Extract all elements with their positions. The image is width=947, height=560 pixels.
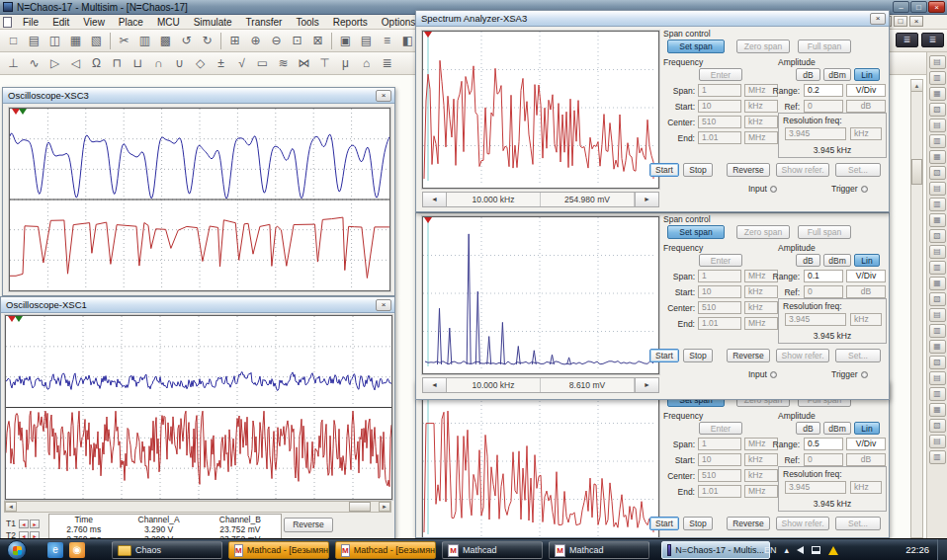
print-icon[interactable]: ▦: [66, 32, 85, 50]
place-electromech-icon[interactable]: ⋈: [295, 54, 313, 73]
time-scrollbar[interactable]: ◄ ►: [4, 501, 391, 513]
copy-icon[interactable]: ▥: [135, 32, 154, 50]
volume-icon[interactable]: [797, 546, 804, 554]
show-refer-button[interactable]: Show refer.: [776, 517, 829, 530]
end-field[interactable]: 1.01: [698, 317, 741, 330]
network-analyzer-icon[interactable]: ▥: [929, 261, 946, 275]
marker-triangle-icon[interactable]: [424, 217, 432, 223]
four-channel-oscilloscope-icon[interactable]: ▤: [929, 119, 946, 132]
taskbar-button-folder-0[interactable]: Chaos: [112, 541, 222, 559]
place-cmos-icon[interactable]: ⊔: [129, 54, 147, 73]
place-connector-icon[interactable]: ⊤: [315, 54, 334, 73]
redo-icon[interactable]: ↻: [198, 32, 216, 50]
ref-unit-field[interactable]: dB: [846, 453, 886, 466]
db-button[interactable]: dB: [796, 68, 820, 81]
set-button[interactable]: Set...: [835, 517, 881, 530]
oscilloscope-xsc3-titlebar[interactable]: Oscilloscope-XSC3 ×: [3, 88, 394, 104]
lin-button[interactable]: Lin: [854, 422, 880, 435]
logic-converter-icon[interactable]: ▥: [929, 198, 946, 211]
set-button[interactable]: Set...: [835, 163, 881, 177]
print-preview-icon[interactable]: ▧: [87, 32, 106, 50]
place-source-icon[interactable]: ⊥: [4, 54, 23, 73]
input-jack-icon[interactable]: [770, 371, 777, 378]
cursor-left-icon[interactable]: ◄: [19, 520, 29, 528]
zoom-area-icon[interactable]: ⊡: [288, 32, 306, 50]
resolution-field[interactable]: 3.945: [785, 127, 846, 140]
center-unit-field[interactable]: kHz: [744, 469, 778, 482]
mdi-restore-icon[interactable]: □: [894, 16, 907, 27]
scrollbar-thumb[interactable]: [349, 502, 371, 512]
menu-edit[interactable]: Edit: [45, 17, 76, 28]
zero-span-button[interactable]: Zero span: [736, 40, 790, 53]
place-transistor-icon[interactable]: ◁: [66, 54, 85, 73]
logic-analyzer-icon[interactable]: ▤: [929, 182, 946, 196]
mdi-close-icon[interactable]: ×: [909, 16, 923, 27]
stop-button[interactable]: Stop: [683, 517, 713, 530]
start-button[interactable]: Start: [649, 349, 679, 362]
in-use-list-button[interactable]: ≣: [896, 33, 918, 47]
range-field[interactable]: 0.2: [804, 84, 843, 97]
paste-icon[interactable]: ▩: [156, 32, 175, 50]
reverse-button[interactable]: Reverse: [727, 163, 770, 177]
start-button[interactable]: Start: [649, 517, 679, 530]
place-misc-digital-icon[interactable]: ∩: [149, 54, 168, 73]
scrollbar-thumb[interactable]: [911, 159, 922, 185]
center-field[interactable]: 510: [698, 301, 741, 314]
center-unit-field[interactable]: kHz: [744, 116, 778, 128]
menu-reports[interactable]: Reports: [326, 17, 375, 28]
oscilloscope-xsc1-titlebar[interactable]: Oscilloscope-XSC1 ×: [1, 297, 394, 313]
menu-transfer[interactable]: Transfer: [239, 17, 290, 28]
instrument-26-icon[interactable]: ▥: [929, 450, 946, 464]
full-span-button[interactable]: Full span: [798, 40, 851, 53]
close-icon[interactable]: ×: [928, 1, 945, 13]
spreadsheet-view-icon[interactable]: ▤: [357, 32, 376, 50]
trigger-jack-icon[interactable]: [861, 371, 868, 378]
word-generator-icon[interactable]: ▧: [929, 166, 946, 180]
enter-button[interactable]: Enter: [699, 254, 742, 267]
new-document-icon[interactable]: □: [4, 32, 23, 50]
menu-simulate[interactable]: Simulate: [187, 17, 239, 28]
set-span-button[interactable]: Set span: [667, 225, 725, 239]
menu-mcu[interactable]: MCU: [150, 17, 187, 28]
span-field[interactable]: 1: [698, 84, 741, 97]
cursor-right-icon[interactable]: ►: [30, 520, 40, 528]
toggle-grid-icon[interactable]: ⊞: [225, 32, 244, 50]
scroll-right-icon[interactable]: ►: [379, 502, 390, 512]
dbm-button[interactable]: dBm: [823, 254, 851, 267]
agilent-oscilloscope-icon[interactable]: ▤: [929, 308, 946, 322]
center-field[interactable]: 510: [698, 116, 741, 128]
scroll-left-icon[interactable]: ◄: [5, 502, 17, 512]
resolution-unit-field[interactable]: kHz: [850, 313, 882, 326]
readout-left-icon[interactable]: ◄: [423, 193, 447, 206]
input-jack-icon[interactable]: [770, 186, 777, 193]
scroll-up-icon[interactable]: ▲: [911, 80, 922, 92]
set-span-button[interactable]: Set span: [667, 40, 725, 53]
span-field[interactable]: 1: [698, 438, 741, 450]
close-icon[interactable]: ×: [376, 90, 391, 102]
taskbar-button-doc-3[interactable]: MMathcad: [442, 541, 543, 559]
range-field[interactable]: 0.1: [804, 270, 843, 282]
range-unit-field[interactable]: V/Div: [846, 84, 886, 97]
set-button[interactable]: Set...: [835, 349, 881, 362]
readout-left-icon[interactable]: ◄: [423, 378, 447, 392]
db-button[interactable]: dB: [796, 254, 820, 267]
bode-plotter-icon[interactable]: ▥: [929, 134, 946, 148]
start-field[interactable]: 10: [698, 285, 741, 298]
ref-field[interactable]: 0: [804, 100, 843, 113]
resolution-field[interactable]: 3.945: [785, 313, 846, 326]
internet-explorer-icon[interactable]: e: [47, 542, 63, 558]
tektronix-oscilloscope-icon[interactable]: ▥: [929, 324, 946, 338]
database-manager-icon[interactable]: ≡: [378, 32, 396, 50]
start-button[interactable]: [7, 540, 27, 560]
distortion-analyzer-icon[interactable]: ▧: [929, 229, 946, 243]
place-mixed-icon[interactable]: ∪: [170, 54, 189, 73]
instrument-24-icon[interactable]: ▧: [929, 419, 946, 433]
center-unit-field[interactable]: kHz: [744, 301, 778, 314]
place-basic-icon[interactable]: ∿: [25, 54, 43, 73]
end-unit-field[interactable]: MHz: [744, 485, 778, 498]
db-button[interactable]: dB: [796, 422, 820, 435]
dbm-button[interactable]: dBm: [823, 68, 851, 81]
taskbar-clock[interactable]: 22:26: [905, 539, 929, 560]
menu-view[interactable]: View: [76, 17, 112, 28]
full-span-button[interactable]: Full span: [798, 225, 851, 239]
